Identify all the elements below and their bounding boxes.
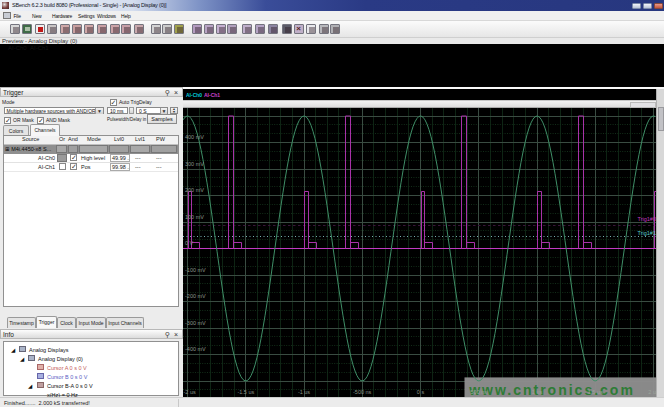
svg-text:www.cntronics.com: www.cntronics.com [468,381,635,397]
svg-text:-300 mV: -300 mV [185,319,206,325]
svg-text:0 s: 0 s [417,388,425,394]
svg-text:-2 us: -2 us [184,388,196,394]
svg-text:-500 ns: -500 ns [353,388,372,394]
svg-text:Trig1#0: Trig1#0 [638,216,656,222]
svg-text:500 ns: 500 ns [471,388,488,394]
svg-text:200 mV: 200 mV [185,187,204,193]
svg-text:Trig1#1: Trig1#1 [638,230,656,236]
svg-text:100 mV: 100 mV [185,213,204,219]
svg-text:0 V: 0 V [185,240,194,246]
svg-text:1.5 us: 1.5 us [588,388,603,394]
svg-text:2 us: 2 us [648,388,656,394]
svg-text:400 mV: 400 mV [185,134,204,140]
svg-text:-1.5 us: -1.5 us [237,388,254,394]
svg-text:300 mV: 300 mV [185,160,204,166]
svg-text:-1 us: -1 us [298,388,310,394]
svg-text:1 us: 1 us [532,388,543,394]
svg-text:-400 mV: -400 mV [185,346,206,352]
svg-text:-200 mV: -200 mV [185,293,206,299]
svg-text:-100 mV: -100 mV [185,266,206,272]
